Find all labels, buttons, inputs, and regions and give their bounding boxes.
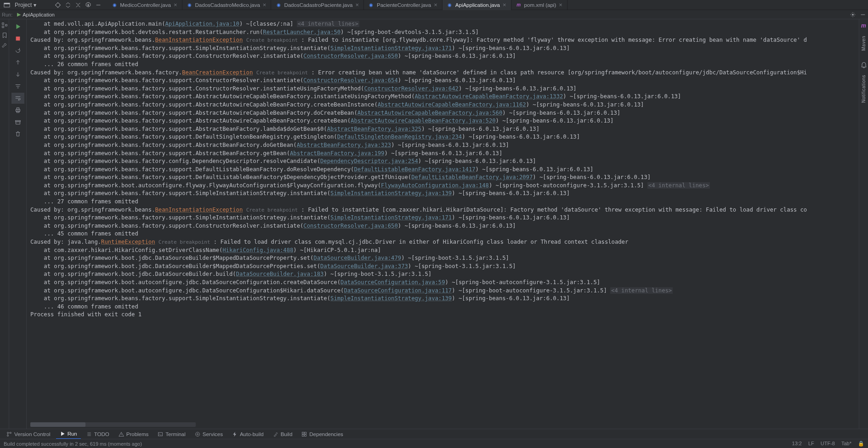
source-link[interactable]: DefaultListableBeanFactory.java:2097 [411,174,533,180]
bottom-tab-services[interactable]: Services [191,429,227,439]
source-link[interactable]: SimpleInstantiationStrategy.java:171 [330,214,452,221]
source-link[interactable]: AbstractBeanFactory.java:325 [327,126,421,132]
close-icon[interactable]: × [559,1,562,8]
rerun-button[interactable] [11,21,24,32]
notifications-label[interactable]: Notifications [861,75,866,103]
archive-button[interactable] [11,117,24,128]
editor-tab[interactable]: ◉PacienteController.java× [364,0,443,10]
project-dropdown[interactable]: Project ▾ [12,0,39,10]
minimize-icon[interactable] [93,0,103,10]
target-icon[interactable] [53,0,63,10]
close-icon[interactable]: × [434,1,437,8]
bottom-tab-build[interactable]: Build [269,429,296,439]
source-link[interactable]: SimpleInstantiationStrategy.java:139 [330,190,452,196]
console-line: at org.springframework.beans.factory.sup… [30,133,855,141]
cursor-position[interactable]: 13:2 [792,441,802,447]
tab-label: DadosCadastroPaciente.java [284,2,352,8]
source-link[interactable]: DefaultListableBeanFactory.java:1417 [354,166,475,173]
console-line: Caused by: org.springframework.beans.Bea… [30,36,855,45]
close-icon[interactable]: × [355,1,359,8]
indent-setting[interactable]: Tab* [841,441,851,447]
source-link[interactable]: AbstractAutowireCapableBeanFactory.java:… [351,118,496,124]
horizontal-scrollbar[interactable] [30,422,196,427]
source-link[interactable]: HikariConfig.java:488 [222,247,293,253]
editor-tab[interactable]: ◉DadosCadastroPaciente.java× [271,0,364,10]
source-link[interactable]: DataSourceConfiguration.java:117 [344,287,452,294]
source-link[interactable]: DependencyDescriptor.java:254 [320,158,418,164]
print-button[interactable] [11,105,24,116]
up-button[interactable] [11,57,24,68]
console-line: at med.voll.api.ApiApplication.main(ApiA… [30,20,855,28]
source-link[interactable]: AbstractAutowireCapableBeanFactory.java:… [357,110,503,116]
editor-tab[interactable]: ◉DadosCadastroMedico.java× [182,0,272,10]
create-breakpoint-link[interactable]: Create breakpoint [246,207,298,213]
editor-tab[interactable]: mpom.xml (api)× [511,0,567,10]
exception-link[interactable]: RuntimeException [101,239,155,245]
bookmarks-icon[interactable] [1,32,8,39]
exception-link[interactable]: BeanCreationException [182,69,253,76]
maven-label[interactable]: Maven [861,36,866,51]
console-line: at org.springframework.boot.devtools.res… [30,28,855,37]
source-link[interactable]: AbstractBeanFactory.java:199 [290,150,384,157]
source-link[interactable]: ApiApplication.java:10 [165,21,239,27]
source-link[interactable]: ConstructorResolver.java:650 [303,223,397,229]
file-encoding[interactable]: UTF-8 [821,441,835,447]
project-tool-icon[interactable] [2,0,12,10]
wrench-icon[interactable] [1,42,8,49]
source-link[interactable]: AbstractAutowireCapableBeanFactory.java:… [414,93,563,100]
create-breakpoint-link[interactable]: Create breakpoint [246,37,298,43]
bottom-tab-version-control[interactable]: Version Control [3,429,54,439]
bottom-tab-terminal[interactable]: Terminal [154,429,189,439]
bottom-tab-problems[interactable]: Problems [115,429,153,439]
main-content: at med.voll.api.ApiApplication.main(ApiA… [0,19,868,429]
run-minimize-icon[interactable] [858,10,868,20]
bottom-tab-dependencies[interactable]: Dependencies [298,429,347,439]
run-config[interactable]: ▶ ApiApplication [15,11,57,17]
console-line: at org.springframework.beans.factory.sup… [30,101,855,109]
restart-button[interactable] [11,45,24,56]
structure-icon[interactable] [1,22,8,28]
stop-button[interactable] [11,33,24,44]
source-link[interactable]: AbstractAutowireCapableBeanFactory.java:… [378,101,526,108]
soft-wrap-button[interactable] [11,93,24,104]
editor-tab[interactable]: ◉MedicoController.java× [107,0,182,10]
notifications-icon[interactable] [860,61,868,68]
expand-icon[interactable] [63,0,73,10]
settings-icon[interactable] [83,0,93,10]
source-link[interactable]: DataSourceBuilder.java:479 [313,255,401,261]
down-button[interactable] [11,69,24,80]
exception-link[interactable]: BeanInstantiationException [155,37,243,43]
console-line: at org.springframework.beans.factory.sup… [30,222,855,230]
run-settings-icon[interactable] [848,10,858,20]
exception-link[interactable]: BeanInstantiationException [155,207,243,213]
close-icon[interactable]: × [263,1,267,8]
bottom-tab-run[interactable]: Run [56,429,81,439]
source-link[interactable]: DataSourceBuilder.java:183 [236,271,324,277]
line-separator[interactable]: LF [808,441,814,447]
filter-button[interactable] [11,81,24,92]
source-link[interactable]: FlywayAutoConfiguration.java:148 [381,182,489,189]
create-breakpoint-link[interactable]: Create breakpoint [159,239,210,245]
source-link[interactable]: ConstructorResolver.java:642 [364,85,458,92]
readonly-lock-icon[interactable]: 🔒 [858,441,864,447]
source-link[interactable]: ConstructorResolver.java:650 [303,53,397,59]
source-link[interactable]: DataSourceBuilder.java:373 [320,263,408,269]
editor-tab[interactable]: ◉ApiApplication.java× [443,0,511,10]
collapse-icon[interactable] [73,0,83,10]
svg-rect-12 [2,26,4,28]
source-link[interactable]: DefaultSingletonBeanRegistry.java:234 [337,134,462,140]
source-link[interactable]: RestartLauncher.java:50 [263,29,340,35]
console-output[interactable]: at med.voll.api.ApiApplication.main(ApiA… [27,19,859,429]
source-link[interactable]: AbstractBeanFactory.java:323 [297,142,391,148]
source-link[interactable]: SimpleInstantiationStrategy.java:139 [330,295,452,302]
create-breakpoint-link[interactable]: Create breakpoint [256,70,308,76]
close-icon[interactable]: × [174,1,177,8]
bottom-tab-todo[interactable]: TODO [83,429,113,439]
source-link[interactable]: DataSourceConfiguration.java:59 [340,279,445,286]
source-link[interactable]: SimpleInstantiationStrategy.java:171 [330,45,452,51]
maven-icon[interactable]: m [860,22,868,29]
bottom-tab-auto-build[interactable]: Auto-build [228,429,267,439]
source-link[interactable]: ConstructorResolver.java:654 [303,77,397,84]
close-icon[interactable]: × [503,1,506,8]
trash-button[interactable] [11,129,24,140]
